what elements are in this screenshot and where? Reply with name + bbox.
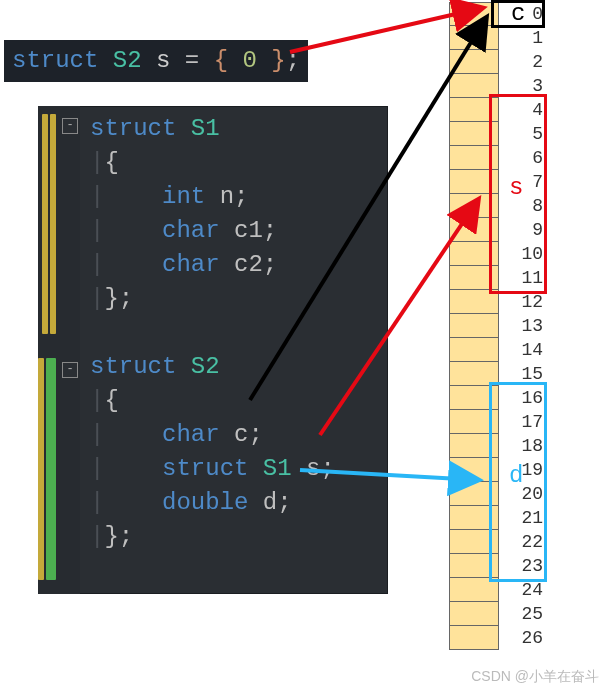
type-s1: S1 bbox=[263, 455, 292, 482]
change-bar bbox=[38, 358, 44, 580]
change-bar bbox=[50, 114, 56, 334]
varname: s bbox=[156, 47, 170, 74]
brace-close: }; bbox=[104, 285, 133, 312]
kw-struct: struct bbox=[12, 47, 98, 74]
kw-struct: struct bbox=[90, 115, 176, 142]
eq: = bbox=[185, 47, 199, 74]
code-editor: - - struct S1 |{ | int n; | char c1; | c… bbox=[38, 106, 388, 594]
type-char: char bbox=[162, 251, 220, 278]
memory-index: 3 bbox=[499, 76, 543, 96]
memory-index: 2 bbox=[499, 52, 543, 72]
editor-gutter: - - bbox=[38, 106, 80, 594]
brace-open: { bbox=[104, 387, 118, 414]
type-double: double bbox=[162, 489, 248, 516]
memory-row: 25 bbox=[449, 602, 543, 626]
memory-row: 13 bbox=[449, 314, 543, 338]
change-bar bbox=[46, 358, 56, 580]
fold-toggle[interactable]: - bbox=[62, 362, 78, 378]
member-d: d bbox=[263, 489, 277, 516]
memory-cell bbox=[449, 26, 499, 50]
zero-literal: 0 bbox=[242, 47, 256, 74]
label-d: d bbox=[509, 462, 523, 489]
memory-index: 25 bbox=[499, 604, 543, 624]
memory-index: 12 bbox=[499, 292, 543, 312]
memory-cell bbox=[449, 602, 499, 626]
memory-index: 1 bbox=[499, 28, 543, 48]
memory-row: 26 bbox=[449, 626, 543, 650]
brace-open: { bbox=[104, 149, 118, 176]
memory-row: 14 bbox=[449, 338, 543, 362]
change-bar bbox=[42, 114, 48, 334]
member-n: n bbox=[220, 183, 234, 210]
watermark: CSDN @小羊在奋斗 bbox=[471, 668, 599, 686]
memory-index: 15 bbox=[499, 364, 543, 384]
kw-struct: struct bbox=[162, 455, 248, 482]
memory-index: 26 bbox=[499, 628, 543, 648]
brace-close: } bbox=[271, 47, 285, 74]
type-int: int bbox=[162, 183, 205, 210]
memory-cell bbox=[449, 626, 499, 650]
code-body: struct S1 |{ | int n; | char c1; | char … bbox=[90, 112, 382, 554]
label-s: s bbox=[509, 174, 523, 201]
fold-toggle[interactable]: - bbox=[62, 118, 78, 134]
memory-row: 1 bbox=[449, 26, 543, 50]
type-char: char bbox=[162, 217, 220, 244]
memory-index: 24 bbox=[499, 580, 543, 600]
kw-struct: struct bbox=[90, 353, 176, 380]
member-c1: c1 bbox=[234, 217, 263, 244]
type-char: char bbox=[162, 421, 220, 448]
label-c: c bbox=[511, 0, 525, 27]
memory-cell bbox=[449, 338, 499, 362]
type-s2: S2 bbox=[113, 47, 142, 74]
member-c2: c2 bbox=[234, 251, 263, 278]
memory-cell bbox=[449, 50, 499, 74]
brace-close: }; bbox=[104, 523, 133, 550]
type-s1: S1 bbox=[191, 115, 220, 142]
member-c: c bbox=[234, 421, 248, 448]
memory-index: 14 bbox=[499, 340, 543, 360]
memory-cell bbox=[449, 314, 499, 338]
semi: ; bbox=[286, 47, 300, 74]
memory-index: 13 bbox=[499, 316, 543, 336]
member-s: s bbox=[306, 455, 320, 482]
memory-row: 2 bbox=[449, 50, 543, 74]
brace-open: { bbox=[214, 47, 228, 74]
type-s2: S2 bbox=[191, 353, 220, 380]
top-declaration: struct S2 s = { 0 }; bbox=[4, 40, 308, 82]
